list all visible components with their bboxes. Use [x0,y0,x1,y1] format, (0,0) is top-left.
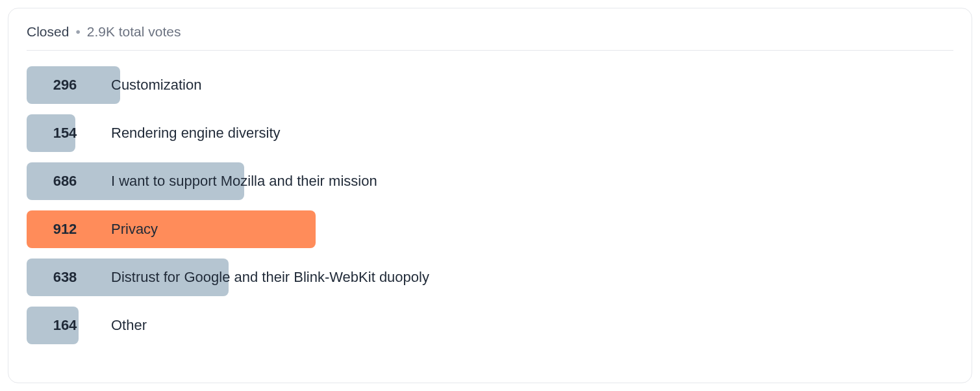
poll-label: I want to support Mozilla and their miss… [111,173,377,190]
poll-row-content: 164Other [27,307,953,344]
poll-total-votes: 2.9K total votes [87,24,181,40]
poll-option-row: 164Other [27,307,953,344]
poll-count: 686 [45,173,85,190]
poll-label: Privacy [111,221,158,238]
poll-label: Rendering engine diversity [111,125,281,142]
poll-header: Closed • 2.9K total votes [27,24,953,51]
poll-row-content: 686I want to support Mozilla and their m… [27,162,953,200]
poll-label: Distrust for Google and their Blink-WebK… [111,269,429,286]
poll-count: 154 [45,125,85,142]
poll-options: 296Customization154Rendering engine dive… [27,66,953,344]
poll-card: Closed • 2.9K total votes 296Customizati… [8,8,972,383]
poll-row-content: 154Rendering engine diversity [27,114,953,152]
poll-option-row: 912Privacy [27,210,953,248]
separator-dot: • [75,24,80,40]
poll-row-content: 912Privacy [27,210,953,248]
poll-label: Customization [111,77,201,94]
poll-status: Closed [27,24,69,40]
poll-option-row: 296Customization [27,66,953,104]
poll-label: Other [111,317,147,334]
poll-row-content: 638Distrust for Google and their Blink-W… [27,259,953,296]
poll-option-row: 638Distrust for Google and their Blink-W… [27,259,953,296]
poll-count: 638 [45,269,85,286]
poll-count: 912 [45,221,85,238]
poll-option-row: 154Rendering engine diversity [27,114,953,152]
poll-option-row: 686I want to support Mozilla and their m… [27,162,953,200]
poll-count: 296 [45,77,85,94]
poll-row-content: 296Customization [27,66,953,104]
poll-count: 164 [45,317,85,334]
